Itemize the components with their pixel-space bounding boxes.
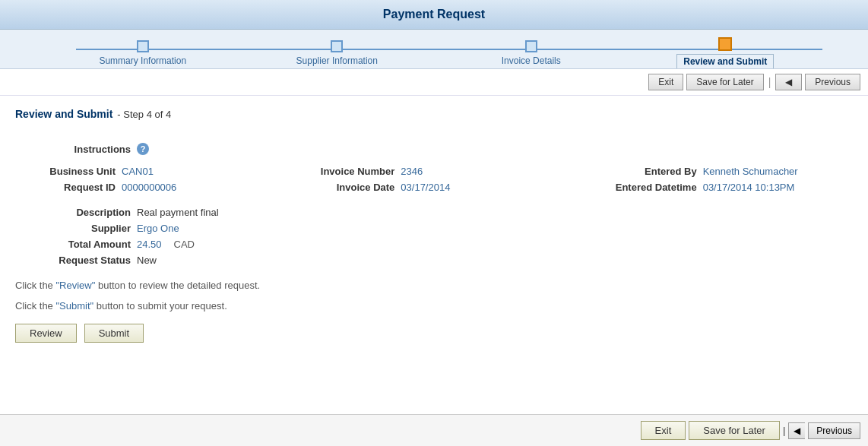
step-info: - Step 4 of 4: [117, 109, 171, 120]
group-request-id: Request ID 0000000006: [15, 182, 294, 193]
step-label-invoice[interactable]: Invoice Details: [502, 55, 561, 66]
row-supplier: Supplier Ergo One: [15, 223, 853, 234]
info-section: Click the "Review" button to review the …: [15, 280, 853, 312]
description-value: Real payment final: [137, 207, 219, 218]
review-button[interactable]: Review: [15, 324, 77, 343]
business-unit-label: Business Unit: [15, 166, 122, 177]
wizard-step-invoice[interactable]: Invoice Details: [434, 40, 629, 66]
row-request-status: Request Status New: [15, 255, 853, 266]
review-link-word: "Review": [55, 280, 95, 291]
invoice-date-value: 03/17/2014: [401, 182, 450, 193]
description-label: Description: [15, 207, 137, 218]
request-status-label: Request Status: [15, 255, 137, 266]
request-id-label: Request ID: [15, 182, 122, 193]
toolbar-separator-top: |: [768, 76, 771, 88]
row-total-amount: Total Amount 24.50 CAD: [15, 239, 853, 250]
group-invoice-date: Invoice Date 03/17/2014: [294, 182, 573, 193]
top-toolbar: Exit Save for Later | ◀ Previous: [0, 69, 868, 96]
exit-button-top[interactable]: Exit: [648, 74, 683, 90]
previous-button-top[interactable]: Previous: [805, 74, 860, 90]
step-label-supplier[interactable]: Supplier Information: [296, 55, 378, 66]
total-amount-label: Total Amount: [15, 239, 137, 250]
section-title: Review and Submit: [15, 108, 112, 120]
action-buttons: Review Submit: [15, 324, 853, 343]
business-unit-value: CAN01: [122, 166, 154, 177]
submit-button[interactable]: Submit: [84, 324, 144, 343]
content-area: Review and Submit - Step 4 of 4 Instruct…: [0, 96, 868, 355]
step-label-review[interactable]: Review and Submit: [676, 54, 774, 68]
group-entered-datetime: Entered Datetime 03/17/2014 10:13PM: [574, 182, 853, 193]
step-dot-supplier: [331, 40, 343, 52]
entered-datetime-value: 03/17/2014 10:13PM: [703, 182, 795, 193]
instructions-row: Instructions ?: [15, 143, 853, 155]
submit-link-word: "Submit": [55, 300, 93, 312]
group-invoice-number: Invoice Number 2346: [294, 166, 573, 177]
request-id-value: 0000000006: [122, 182, 176, 193]
wizard-step-summary[interactable]: Summary Information: [46, 40, 240, 66]
wizard-step-supplier[interactable]: Supplier Information: [240, 40, 435, 66]
total-amount-value: 24.50: [137, 239, 162, 250]
row-business-unit: Business Unit CAN01 Invoice Number 2346 …: [15, 166, 853, 177]
group-business-unit: Business Unit CAN01: [15, 166, 294, 177]
invoice-number-value: 2346: [401, 166, 423, 177]
supplier-label: Supplier: [15, 223, 137, 234]
row-description: Description Real payment final: [15, 207, 853, 218]
supplier-value: Ergo One: [137, 223, 179, 234]
entered-datetime-label: Entered Datetime: [574, 182, 703, 193]
wizard-step-review[interactable]: Review and Submit: [629, 37, 823, 68]
wizard-bar: Summary Information Supplier Information…: [0, 30, 868, 69]
info-submit-text: Click the "Submit" button to submit your…: [15, 300, 853, 312]
previous-arrow-top[interactable]: ◀: [775, 74, 802, 90]
step-dot-review: [718, 37, 732, 51]
request-status-value: New: [137, 255, 157, 266]
entered-by-value: Kenneth Schumacher: [703, 166, 798, 177]
page-title: Payment Request: [0, 0, 868, 30]
total-amount-currency: CAD: [174, 239, 195, 250]
info-review-text: Click the "Review" button to review the …: [15, 280, 853, 291]
save-for-later-button-top[interactable]: Save for Later: [686, 74, 763, 90]
row-request-id: Request ID 0000000006 Invoice Date 03/17…: [15, 182, 853, 193]
entered-by-label: Entered By: [574, 166, 703, 177]
step-dot-invoice: [525, 40, 537, 52]
help-icon[interactable]: ?: [137, 143, 149, 155]
invoice-number-label: Invoice Number: [294, 166, 401, 177]
step-dot-summary: [137, 40, 149, 52]
group-entered-by: Entered By Kenneth Schumacher: [574, 166, 853, 177]
invoice-date-label: Invoice Date: [294, 182, 401, 193]
instructions-label: Instructions: [15, 144, 137, 155]
wizard-steps: Summary Information Supplier Information…: [0, 37, 868, 68]
step-label-summary[interactable]: Summary Information: [99, 55, 186, 66]
